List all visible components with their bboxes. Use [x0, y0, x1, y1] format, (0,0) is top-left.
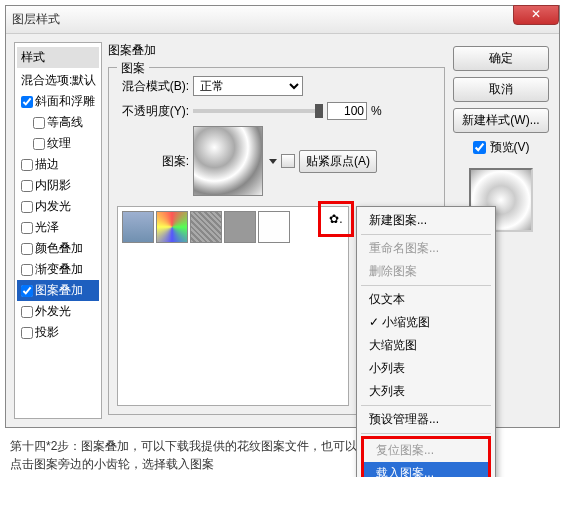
sidebar-header[interactable]: 样式	[17, 47, 99, 68]
sidebar-item[interactable]: 斜面和浮雕	[17, 91, 99, 112]
sidebar-checkbox[interactable]	[21, 159, 33, 171]
menu-preset-manager[interactable]: 预设管理器...	[357, 408, 495, 431]
sidebar-checkbox[interactable]	[21, 285, 33, 297]
pattern-picker-panel: ✿.	[117, 206, 349, 406]
new-style-button[interactable]: 新建样式(W)...	[453, 108, 549, 133]
styles-sidebar: 样式 混合选项:默认 斜面和浮雕等高线纹理描边内阴影内发光光泽颜色叠加渐变叠加图…	[14, 42, 102, 419]
sidebar-item-label: 图案叠加	[35, 282, 83, 299]
opacity-value[interactable]: 100	[327, 102, 367, 120]
sidebar-item-label: 光泽	[35, 219, 59, 236]
menu-large-list[interactable]: 大列表	[357, 380, 495, 403]
red-highlight-gear: ✿.	[318, 201, 354, 237]
sidebar-item-label: 投影	[35, 324, 59, 341]
blend-mode-select[interactable]: 正常	[193, 76, 303, 96]
sidebar-item[interactable]: 图案叠加	[17, 280, 99, 301]
sidebar-item-label: 纹理	[47, 135, 71, 152]
pattern-thumb[interactable]	[122, 211, 154, 243]
sidebar-item[interactable]: 外发光	[17, 301, 99, 322]
menu-rename: 重命名图案...	[357, 237, 495, 260]
opacity-slider[interactable]	[193, 109, 323, 113]
sidebar-checkbox[interactable]	[21, 306, 33, 318]
sidebar-item[interactable]: 描边	[17, 154, 99, 175]
sidebar-item[interactable]: 内发光	[17, 196, 99, 217]
sidebar-item[interactable]: 投影	[17, 322, 99, 343]
sidebar-item-label: 内发光	[35, 198, 71, 215]
section-title: 图案叠加	[108, 42, 445, 59]
pattern-thumb[interactable]	[156, 211, 188, 243]
menu-separator	[361, 285, 491, 286]
pattern-thumbs	[122, 211, 290, 401]
sidebar-checkbox[interactable]	[33, 138, 45, 150]
menu-small-list[interactable]: 小列表	[357, 357, 495, 380]
snap-icon[interactable]	[281, 154, 295, 168]
sidebar-item-label: 斜面和浮雕	[35, 93, 95, 110]
cancel-button[interactable]: 取消	[453, 77, 549, 102]
titlebar[interactable]: 图层样式 ✕	[6, 6, 559, 34]
pattern-thumb[interactable]	[224, 211, 256, 243]
menu-small-thumb[interactable]: 小缩览图	[357, 311, 495, 334]
sidebar-item[interactable]: 渐变叠加	[17, 259, 99, 280]
menu-load-pattern[interactable]: 载入图案...	[364, 462, 488, 477]
layer-style-dialog: 图层样式 ✕ 样式 混合选项:默认 斜面和浮雕等高线纹理描边内阴影内发光光泽颜色…	[5, 5, 560, 428]
menu-reset[interactable]: 复位图案...	[364, 439, 488, 462]
pattern-label: 图案:	[117, 153, 189, 170]
pattern-context-menu: 新建图案... 重命名图案... 删除图案 仅文本 小缩览图 大缩览图 小列表 …	[356, 206, 496, 477]
preview-checkbox[interactable]	[473, 141, 486, 154]
gear-icon[interactable]: ✿.	[329, 212, 342, 226]
sidebar-checkbox[interactable]	[21, 243, 33, 255]
window-title: 图层样式	[12, 11, 60, 28]
opacity-label: 不透明度(Y):	[117, 103, 189, 120]
menu-separator	[361, 234, 491, 235]
menu-delete: 删除图案	[357, 260, 495, 283]
sidebar-item-label: 内阴影	[35, 177, 71, 194]
sidebar-item-label: 等高线	[47, 114, 83, 131]
preview-label: 预览(V)	[490, 139, 530, 156]
menu-large-thumb[interactable]: 大缩览图	[357, 334, 495, 357]
snap-origin-button[interactable]: 贴紧原点(A)	[299, 150, 377, 173]
sidebar-checkbox[interactable]	[21, 180, 33, 192]
pattern-preview[interactable]	[193, 126, 263, 196]
sidebar-item-label: 颜色叠加	[35, 240, 83, 257]
sidebar-checkbox[interactable]	[21, 327, 33, 339]
sidebar-item[interactable]: 光泽	[17, 217, 99, 238]
group-title: 图案	[117, 60, 149, 77]
opacity-unit: %	[371, 104, 382, 118]
sidebar-item[interactable]: 内阴影	[17, 175, 99, 196]
sidebar-item[interactable]: 等高线	[17, 112, 99, 133]
sidebar-checkbox[interactable]	[21, 222, 33, 234]
sidebar-checkbox[interactable]	[21, 96, 33, 108]
close-icon: ✕	[531, 7, 541, 21]
blend-mode-label: 混合模式(B):	[117, 78, 189, 95]
sidebar-checkbox[interactable]	[33, 117, 45, 129]
menu-text-only[interactable]: 仅文本	[357, 288, 495, 311]
menu-separator	[361, 433, 491, 434]
sidebar-item[interactable]: 纹理	[17, 133, 99, 154]
menu-separator	[361, 405, 491, 406]
sidebar-blend-defaults[interactable]: 混合选项:默认	[17, 70, 99, 91]
chevron-down-icon[interactable]	[269, 159, 277, 164]
menu-new-pattern[interactable]: 新建图案...	[357, 209, 495, 232]
red-highlight-menu: 复位图案... 载入图案... 存储图案...	[361, 436, 491, 477]
sidebar-item[interactable]: 颜色叠加	[17, 238, 99, 259]
sidebar-checkbox[interactable]	[21, 264, 33, 276]
sidebar-item-label: 外发光	[35, 303, 71, 320]
sidebar-checkbox[interactable]	[21, 201, 33, 213]
pattern-thumb[interactable]	[258, 211, 290, 243]
ok-button[interactable]: 确定	[453, 46, 549, 71]
sidebar-item-label: 描边	[35, 156, 59, 173]
preview-checkbox-row[interactable]: 预览(V)	[473, 139, 530, 156]
pattern-thumb[interactable]	[190, 211, 222, 243]
close-button[interactable]: ✕	[513, 5, 559, 25]
sidebar-item-label: 渐变叠加	[35, 261, 83, 278]
